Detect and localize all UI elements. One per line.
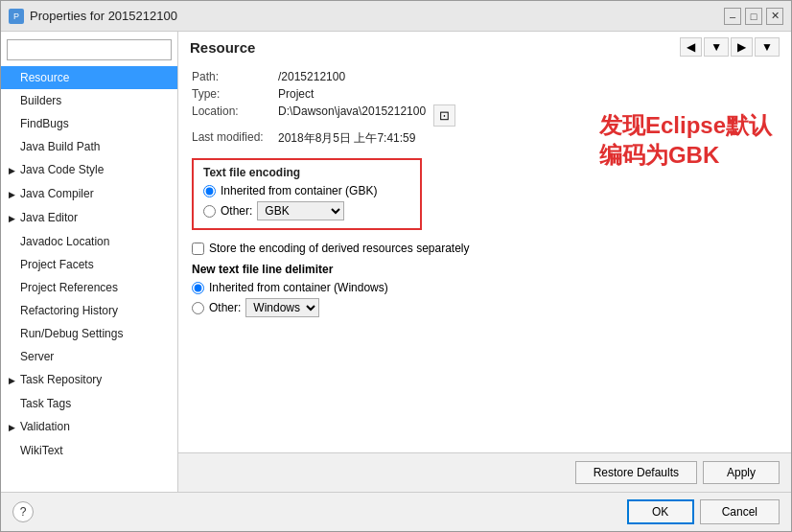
last-modified-label: Last modified: — [192, 130, 278, 147]
nav-dropdown-button[interactable]: ▼ — [755, 37, 780, 57]
delimiter-other-row: Other: Windows Unix Mac — [192, 298, 778, 317]
header-nav-group: ◀ ▼ ▶ ▼ — [680, 37, 780, 57]
dropdown-button[interactable]: ▼ — [704, 37, 729, 57]
location-label: Location: — [192, 104, 278, 127]
ok-button[interactable]: OK — [627, 499, 694, 524]
help-button[interactable]: ? — [12, 501, 34, 522]
encoding-section: Text file encoding Inherited from contai… — [192, 158, 422, 230]
browse-location-button[interactable]: ⊡ — [433, 104, 455, 127]
sidebar-item-refactoring-history[interactable]: Refactoring History — [1, 299, 177, 322]
store-encoding-row: Store the encoding of derived resources … — [192, 242, 778, 255]
expand-arrow-icon: ▶ — [9, 372, 18, 389]
sidebar-item-task-repository[interactable]: ▶Task Repository — [1, 368, 177, 392]
inherited-radio-label[interactable]: Inherited from container (GBK) — [221, 184, 377, 197]
other-encoding-label[interactable]: Other: — [221, 204, 252, 218]
cancel-button[interactable]: Cancel — [700, 499, 780, 524]
delimiter-other-label[interactable]: Other: — [209, 301, 241, 314]
expand-arrow-icon: ▶ — [9, 419, 18, 436]
minimize-button[interactable]: – — [724, 8, 741, 25]
dialog-footer: ? OK Cancel — [1, 492, 791, 531]
apply-button[interactable]: Apply — [703, 461, 780, 484]
expand-arrow-icon: ▶ — [9, 210, 18, 227]
sidebar-item-server[interactable]: Server — [1, 345, 177, 368]
footer-right: OK Cancel — [627, 499, 780, 524]
store-encoding-checkbox[interactable] — [192, 243, 204, 255]
sidebar-item-run-debug-settings[interactable]: Run/Debug Settings — [1, 322, 177, 345]
last-modified-value: 2018年8月5日 上午7:41:59 — [278, 130, 415, 147]
type-value: Project — [278, 87, 314, 101]
right-panel: Resource ◀ ▼ ▶ ▼ Path: /2015212100 Type:… — [178, 32, 791, 492]
type-row: Type: Project — [192, 87, 778, 101]
window-icon: P — [9, 9, 24, 24]
resource-header-row: Resource ◀ ▼ ▶ ▼ — [178, 32, 791, 60]
forward-button[interactable]: ▶ — [731, 37, 753, 57]
sidebar-item-task-tags[interactable]: Task Tags — [1, 392, 177, 415]
sidebar-item-java-compiler[interactable]: ▶Java Compiler — [1, 182, 177, 206]
main-content: Path: /2015212100 Type: Project Location… — [178, 60, 791, 452]
other-encoding-row: Other: GBK UTF-8 ISO-8859-1 — [203, 201, 410, 220]
sidebar-item-javadoc-location[interactable]: Javadoc Location — [1, 230, 177, 253]
close-button[interactable]: ✕ — [766, 8, 783, 25]
sidebar-item-wikitext[interactable]: WikiText — [1, 439, 177, 462]
sidebar-item-findbugs[interactable]: FindBugs — [1, 112, 177, 135]
sidebar-item-project-facets[interactable]: Project Facets — [1, 253, 177, 276]
sidebar-item-resource[interactable]: Resource — [1, 66, 177, 89]
other-encoding-radio[interactable] — [203, 205, 216, 218]
expand-arrow-icon: ▶ — [9, 162, 18, 179]
properties-dialog: P Properties for 2015212100 – □ ✕ Resour… — [0, 0, 792, 532]
footer-left: ? — [12, 501, 34, 522]
delimiter-section: New text file line delimiter Inherited f… — [192, 263, 778, 317]
sidebar-item-builders[interactable]: Builders — [1, 89, 177, 112]
inherited-radio[interactable] — [203, 185, 216, 197]
inherited-radio-row: Inherited from container (GBK) — [203, 184, 410, 197]
path-row: Path: /2015212100 — [192, 70, 778, 83]
annotation-line2: 编码为GBK — [599, 140, 772, 170]
search-input[interactable] — [7, 39, 172, 60]
location-value: D:\Dawson\java\2015212100 — [278, 104, 426, 127]
maximize-button[interactable]: □ — [745, 8, 762, 25]
title-bar: P Properties for 2015212100 – □ ✕ — [1, 1, 791, 32]
delimiter-inherited-radio[interactable] — [192, 282, 204, 294]
encoding-section-title: Text file encoding — [203, 166, 410, 179]
title-bar-left: P Properties for 2015212100 — [9, 9, 177, 24]
path-label: Path: — [192, 70, 278, 83]
restore-defaults-button[interactable]: Restore Defaults — [575, 461, 697, 484]
delimiter-inherited-label[interactable]: Inherited from container (Windows) — [209, 281, 388, 294]
annotation-line1: 发现Eclipse默认 — [599, 110, 772, 140]
sidebar-item-java-code-style[interactable]: ▶Java Code Style — [1, 158, 177, 182]
path-value: /2015212100 — [278, 70, 345, 83]
delimiter-other-radio[interactable] — [192, 302, 204, 314]
section-title: Resource — [190, 39, 255, 56]
bottom-action-bar: Restore Defaults Apply — [178, 452, 791, 492]
sidebar-item-java-editor[interactable]: ▶Java Editor — [1, 206, 177, 230]
expand-arrow-icon: ▶ — [9, 186, 18, 203]
sidebar-item-validation[interactable]: ▶Validation — [1, 415, 177, 439]
window-title: Properties for 2015212100 — [30, 9, 177, 23]
title-controls: – □ ✕ — [724, 8, 783, 25]
back-button[interactable]: ◀ — [680, 37, 702, 57]
nav-list: Resource Builders FindBugs Java Build Pa… — [1, 66, 177, 488]
sidebar-item-java-build-path[interactable]: Java Build Path — [1, 135, 177, 158]
encoding-select[interactable]: GBK UTF-8 ISO-8859-1 — [257, 201, 344, 220]
left-panel: Resource Builders FindBugs Java Build Pa… — [1, 32, 178, 492]
delimiter-inherited-row: Inherited from container (Windows) — [192, 281, 778, 294]
content-area: Resource Builders FindBugs Java Build Pa… — [1, 32, 791, 492]
delimiter-select[interactable]: Windows Unix Mac — [245, 298, 319, 317]
delimiter-title: New text file line delimiter — [192, 263, 778, 276]
sidebar-item-project-references[interactable]: Project References — [1, 276, 177, 299]
type-label: Type: — [192, 87, 278, 101]
store-encoding-label[interactable]: Store the encoding of derived resources … — [209, 242, 470, 255]
annotation-overlay: 发现Eclipse默认 编码为GBK — [599, 110, 772, 170]
